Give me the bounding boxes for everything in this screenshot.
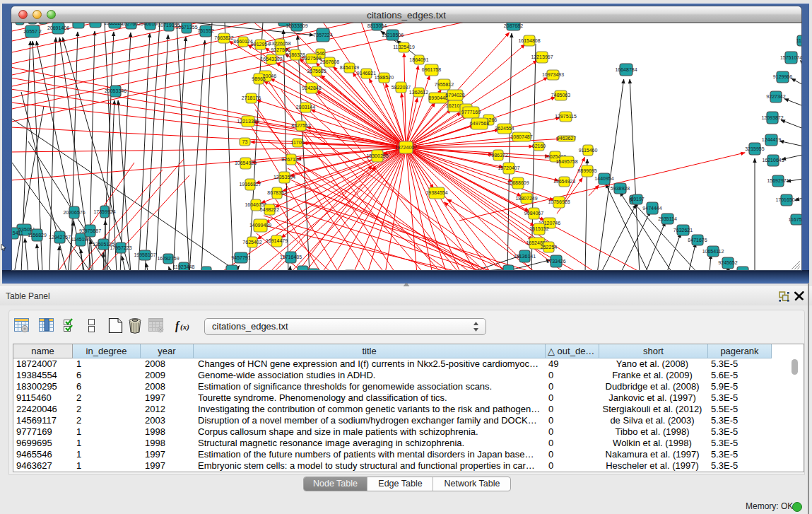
svg-text:20557 2: 20557 2 [23, 29, 41, 34]
svg-text:19166827: 19166827 [239, 182, 261, 187]
svg-text:(x): (x) [180, 322, 189, 332]
svg-text:9129966: 9129966 [773, 74, 792, 79]
svg-text:14099489: 14099489 [249, 223, 271, 228]
svg-text:69197: 69197 [630, 197, 645, 201]
svg-text:9327508: 9327508 [302, 56, 321, 61]
svg-text:17957223: 17957223 [110, 245, 131, 250]
svg-text:11700: 11700 [291, 140, 305, 145]
svg-text:10756928: 10756928 [548, 199, 570, 204]
svg-text:7663822: 7663822 [214, 35, 233, 40]
svg-text:116753: 116753 [789, 217, 801, 222]
svg-text:11923448: 11923448 [173, 264, 195, 269]
svg-text:16671355: 16671355 [175, 25, 197, 30]
svg-text:8427552: 8427552 [291, 123, 310, 128]
svg-text:12093872: 12093872 [761, 115, 783, 120]
svg-text:10654112: 10654112 [702, 249, 724, 254]
svg-text:19958107: 19958107 [134, 252, 155, 257]
svg-text:9242848: 9242848 [302, 86, 321, 90]
svg-text:9457791: 9457791 [231, 255, 250, 260]
svg-text:9115460: 9115460 [579, 148, 598, 153]
svg-text:7625402: 7625402 [242, 240, 261, 245]
svg-text:9463627: 9463627 [557, 136, 576, 141]
svg-text:111: 111 [796, 38, 801, 43]
svg-text:15720407: 15720407 [498, 165, 519, 170]
svg-text:6961758: 6961758 [422, 67, 441, 72]
svg-text:1733426: 1733426 [546, 259, 565, 264]
svg-text:9227342: 9227342 [766, 94, 785, 99]
svg-text:20053346: 20053346 [105, 88, 126, 93]
svg-text:5938928: 5938928 [611, 186, 630, 191]
svg-text:7485063: 7485063 [551, 93, 570, 98]
svg-text:252254: 252254 [541, 245, 557, 250]
svg-text:9474444: 9474444 [642, 206, 661, 211]
svg-text:7955812: 7955812 [435, 82, 454, 87]
svg-text:15751074: 15751074 [780, 55, 801, 60]
svg-text:16914479: 16914479 [266, 238, 288, 243]
svg-text:2803144: 2803144 [296, 105, 315, 110]
svg-text:3215955: 3215955 [745, 146, 764, 151]
svg-text:18807249: 18807249 [515, 196, 537, 201]
svg-text:3675685: 3675685 [307, 69, 326, 74]
svg-text:15716485: 15716485 [280, 255, 302, 259]
svg-text:8660124: 8660124 [233, 39, 252, 44]
svg-text:1440954: 1440954 [594, 176, 613, 181]
svg-text:15495758: 15495758 [555, 159, 577, 164]
svg-text:f: f [175, 320, 180, 332]
svg-text:17016504: 17016504 [775, 197, 797, 202]
svg-text:9146821: 9146821 [357, 71, 376, 76]
svg-text:8267130: 8267130 [281, 157, 300, 162]
svg-text:16033809: 16033809 [286, 23, 307, 28]
svg-text:1864091: 1864091 [409, 57, 428, 62]
svg-text:62160: 62160 [532, 144, 546, 148]
svg-text:73: 73 [242, 139, 248, 144]
svg-text:16543382: 16543382 [260, 57, 282, 62]
svg-text:12942757: 12942757 [49, 235, 71, 240]
svg-text:1244419: 1244419 [762, 137, 781, 142]
svg-text:1588520: 1588520 [375, 75, 394, 80]
svg-text:8912954: 8912954 [251, 42, 270, 47]
svg-text:20206576: 20206576 [63, 210, 85, 215]
svg-text:1615152: 1615152 [529, 226, 548, 231]
svg-text:7986372: 7986372 [488, 153, 507, 158]
svg-text:15136141: 15136141 [514, 254, 536, 259]
svg-text:3915411: 3915411 [12, 230, 23, 235]
svg-text:98963: 98963 [252, 76, 266, 81]
svg-text:7632621: 7632621 [673, 228, 693, 233]
svg-text:751552: 751552 [197, 28, 213, 33]
svg-text:12213389: 12213389 [237, 119, 259, 124]
svg-text:10688609: 10688609 [507, 180, 529, 185]
svg-text:6794028: 6794028 [445, 93, 464, 98]
svg-text:12975115: 12975115 [555, 114, 577, 119]
svg-text:8471676: 8471676 [688, 238, 707, 243]
svg-text:93975887: 93975887 [79, 228, 101, 233]
svg-text:16154808: 16154808 [518, 38, 540, 43]
svg-text:12353594: 12353594 [273, 175, 295, 180]
svg-text:18300295: 18300295 [366, 153, 388, 158]
svg-text:10807487: 10807487 [510, 134, 532, 139]
svg-text:8454749: 8454749 [340, 65, 359, 70]
svg-text:19654923: 19654923 [553, 179, 575, 184]
svg-text:2935114: 2935114 [658, 216, 677, 221]
svg-text:12213967: 12213967 [531, 54, 553, 59]
svg-text:2367608: 2367608 [320, 59, 339, 64]
svg-text:9899695: 9899695 [577, 168, 596, 173]
svg-text:5498222: 5498222 [260, 207, 279, 212]
svg-text:8678352: 8678352 [267, 190, 286, 195]
svg-text:9777169: 9777169 [461, 110, 481, 115]
svg-text:16648784: 16648784 [615, 67, 637, 72]
svg-text:5822037: 5822037 [392, 85, 411, 90]
svg-text:3624554: 3624554 [495, 126, 514, 131]
svg-text:6497568: 6497568 [470, 121, 489, 126]
svg-text:17359924: 17359924 [93, 209, 115, 214]
svg-text:1145194: 1145194 [71, 237, 90, 242]
svg-text:10654925: 10654925 [235, 160, 257, 165]
svg-text:16210643: 16210643 [762, 158, 784, 163]
svg-text:1362612: 1362612 [409, 90, 428, 95]
svg-text:8813054: 8813054 [367, 23, 387, 28]
svg-text:20691406: 20691406 [47, 25, 69, 30]
svg-text:16782759: 16782759 [157, 256, 179, 261]
svg-text:1156829: 1156829 [28, 233, 47, 238]
svg-text:15692971: 15692971 [767, 178, 789, 183]
svg-text:10973493: 10973493 [542, 72, 564, 77]
svg-text:2087682: 2087682 [504, 23, 523, 28]
